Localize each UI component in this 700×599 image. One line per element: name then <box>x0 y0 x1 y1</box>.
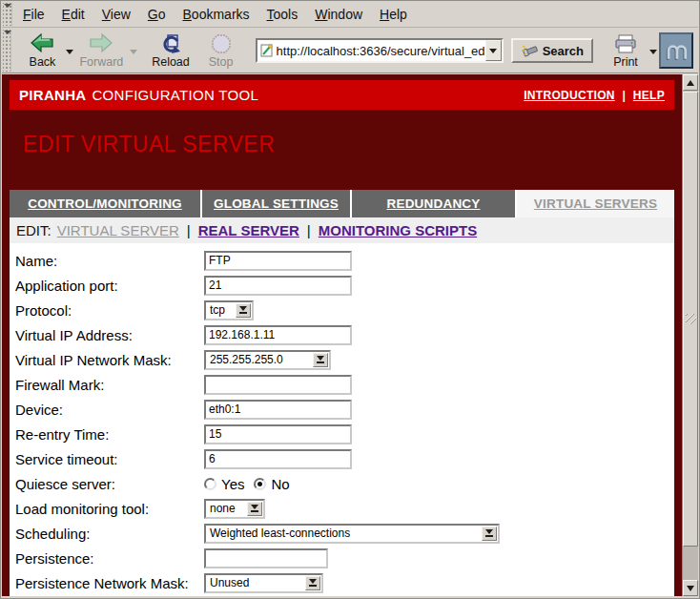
subnav-link-monitoring-scripts[interactable]: MONITORING SCRIPTS <box>319 222 477 238</box>
url-dropdown-button[interactable] <box>485 40 502 61</box>
forward-button[interactable]: Forward <box>75 32 127 70</box>
subnav-link-virtual-server[interactable]: VIRTUAL SERVER <box>57 222 179 238</box>
scheduling-select[interactable]: Weighted least-connections <box>204 524 500 544</box>
application-port-label: Application port: <box>15 278 204 294</box>
reload-label: Reload <box>152 55 190 69</box>
tab-control-monitoring[interactable]: CONTROL/MONITORING <box>10 190 202 217</box>
quiesce-server-radio-label-no: No <box>271 476 289 492</box>
virtual-ip-address-input[interactable] <box>204 325 352 345</box>
help-link[interactable]: HELP <box>633 89 665 102</box>
page-title: EDIT VIRTUAL SERVER <box>23 132 275 157</box>
firewall-mark-label: Firewall Mark: <box>15 377 204 393</box>
load-monitoring-tool-selected-value: none <box>206 502 236 515</box>
dropdown-arrow-icon[interactable] <box>236 303 251 318</box>
protocol-select[interactable]: tcp <box>204 300 254 320</box>
form-row-virtual-ip-address: Virtual IP Address: <box>15 322 674 347</box>
tab-redundancy[interactable]: REDUNDANCY <box>352 190 517 217</box>
tab-virtual-servers[interactable]: VIRTUAL SERVERS <box>517 190 674 217</box>
quiesce-server-label: Quiesce server: <box>15 476 204 492</box>
form-row-firewall-mark: Firewall Mark: <box>15 372 674 397</box>
introduction-link[interactable]: INTRODUCTION <box>524 89 615 102</box>
menu-window[interactable]: Window <box>306 3 371 26</box>
form-row-name: Name: <box>15 248 674 273</box>
forward-dropdown-arrow[interactable] <box>127 50 139 70</box>
load-monitoring-tool-select[interactable]: none <box>204 499 265 519</box>
mozilla-throbber[interactable] <box>659 32 693 69</box>
menubar-grippy[interactable] <box>3 3 12 26</box>
menu-view[interactable]: View <box>93 3 139 26</box>
virtual-ip-network-mask-selected-value: 255.255.255.0 <box>206 353 283 366</box>
dropdown-arrow-icon[interactable] <box>305 576 320 590</box>
scrollbar-grip <box>686 314 696 324</box>
brand-piranha: PIRANHA <box>19 87 86 103</box>
print-button[interactable]: Print <box>605 32 647 70</box>
reload-icon <box>159 33 182 54</box>
menu-go[interactable]: Go <box>139 3 175 26</box>
back-icon <box>30 33 54 54</box>
service-timeout-input[interactable] <box>204 449 352 469</box>
menu-tools[interactable]: Tools <box>258 3 307 26</box>
dropdown-arrow-icon[interactable] <box>247 502 262 516</box>
form-row-virtual-ip-network-mask: Virtual IP Network Mask:255.255.255.0 <box>15 347 674 372</box>
form-row-protocol: Protocol:tcp <box>15 298 674 322</box>
menu-bar-items: FileEditViewGoBookmarksToolsWindowHelp <box>14 3 416 26</box>
virtual-server-form: Name:Application port:Protocol:tcpVirtua… <box>10 243 674 595</box>
persistence-input[interactable] <box>204 548 328 568</box>
device-label: Device: <box>15 402 204 418</box>
form-row-load-monitoring-tool: Load monitoring tool:none <box>15 496 674 521</box>
scroll-up-button[interactable] <box>683 74 698 91</box>
tab-global-settings[interactable]: GLOBAL SETTINGS <box>202 190 352 217</box>
page-bookmark-icon[interactable] <box>257 43 277 58</box>
piranha-page: PIRANHA CONFIGURATION TOOL INTRODUCTION … <box>2 74 682 596</box>
menu-file[interactable]: File <box>14 3 53 26</box>
application-port-input[interactable] <box>204 276 352 296</box>
form-row-re-entry-time: Re-entry Time: <box>15 422 674 446</box>
main-tabs: CONTROL/MONITORINGGLOBAL SETTINGSREDUNDA… <box>10 190 674 217</box>
subnav-link-real-server[interactable]: REAL SERVER <box>198 222 299 238</box>
header-links: INTRODUCTION | HELP <box>524 89 665 102</box>
service-timeout-label: Service timeout: <box>15 451 204 467</box>
firewall-mark-input[interactable] <box>204 375 352 395</box>
scrollbar-thumb[interactable] <box>683 92 698 547</box>
scheduling-label: Scheduling: <box>15 526 204 542</box>
persistence-network-mask-label: Persistence Network Mask: <box>15 575 204 591</box>
url-input[interactable] <box>277 44 485 58</box>
quiesce-server-radio-yes[interactable] <box>204 478 216 490</box>
back-dropdown-arrow[interactable] <box>63 50 75 70</box>
name-label: Name: <box>15 253 204 269</box>
menu-bar: FileEditViewGoBookmarksToolsWindowHelp <box>2 2 698 28</box>
virtual-ip-network-mask-label: Virtual IP Network Mask: <box>15 352 204 368</box>
stop-button[interactable]: Stop <box>200 32 242 70</box>
device-input[interactable] <box>204 400 352 420</box>
back-button[interactable]: Back <box>21 32 63 70</box>
menu-edit[interactable]: Edit <box>53 3 93 26</box>
menu-bookmarks[interactable]: Bookmarks <box>175 3 258 26</box>
form-row-application-port: Application port: <box>15 273 674 298</box>
toolbar-grippy[interactable] <box>3 30 11 72</box>
edit-subnav: EDIT: VIRTUAL SERVER|REAL SERVER|MONITOR… <box>10 217 674 243</box>
form-row-device: Device: <box>15 397 674 422</box>
re-entry-time-label: Re-entry Time: <box>15 426 204 443</box>
load-monitoring-tool-label: Load monitoring tool: <box>15 501 204 517</box>
print-dropdown-arrow[interactable] <box>647 50 659 70</box>
subnav-links: VIRTUAL SERVER|REAL SERVER|MONITORING SC… <box>57 222 477 238</box>
scroll-down-button[interactable] <box>683 580 698 596</box>
virtual-ip-network-mask-select[interactable]: 255.255.255.0 <box>204 350 331 370</box>
quiesce-server-radio-no[interactable] <box>254 478 266 490</box>
stop-label: Stop <box>209 55 234 69</box>
tab-label: CONTROL/MONITORING <box>28 196 182 211</box>
forward-icon <box>89 33 113 54</box>
vertical-scrollbar[interactable] <box>682 74 698 596</box>
dropdown-arrow-icon[interactable] <box>482 527 497 541</box>
re-entry-time-input[interactable] <box>204 424 352 444</box>
search-button[interactable]: Search <box>511 38 593 63</box>
forward-label: Forward <box>79 55 123 69</box>
scheduling-selected-value: Weighted least-connections <box>206 527 350 540</box>
reload-button[interactable]: Reload <box>149 32 192 70</box>
name-input[interactable] <box>204 251 352 271</box>
url-bar <box>256 38 504 63</box>
dropdown-arrow-icon[interactable] <box>313 353 328 367</box>
back-label: Back <box>30 55 56 69</box>
persistence-network-mask-select[interactable]: Unused <box>204 573 323 593</box>
menu-help[interactable]: Help <box>371 3 416 26</box>
